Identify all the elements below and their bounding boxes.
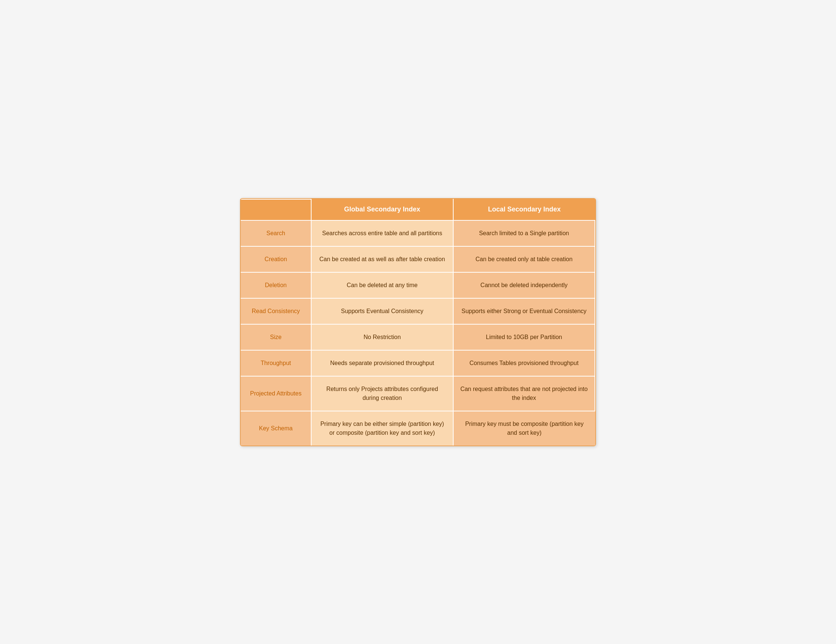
row-label: Throughput (241, 350, 312, 376)
row-gsi-value: Supports Eventual Consistency (312, 298, 453, 324)
row-lsi-value: Limited to 10GB per Partition (454, 324, 595, 350)
row-gsi-value: Primary key can be either simple (partit… (312, 411, 453, 446)
comparison-table: Global Secondary Index Local Secondary I… (240, 198, 596, 446)
header-empty-cell (241, 199, 312, 220)
row-label: Projected Attributes (241, 376, 312, 411)
row-gsi-value: Returns only Projects attributes configu… (312, 376, 453, 411)
row-label: Creation (241, 246, 312, 272)
header-gsi: Global Secondary Index (312, 199, 453, 220)
row-lsi-value: Can be created only at table creation (454, 246, 595, 272)
row-lsi-value: Primary key must be composite (partition… (454, 411, 595, 446)
row-gsi-value: Can be deleted at any time (312, 272, 453, 298)
table-header: Global Secondary Index Local Secondary I… (241, 199, 595, 220)
row-lsi-value: Supports either Strong or Eventual Consi… (454, 298, 595, 324)
header-lsi: Local Secondary Index (454, 199, 595, 220)
row-lsi-value: Can request attributes that are not proj… (454, 376, 595, 411)
row-label: Size (241, 324, 312, 350)
row-label: Read Consistency (241, 298, 312, 324)
row-lsi-value: Search limited to a Single partition (454, 220, 595, 246)
row-gsi-value: Needs separate provisioned throughput (312, 350, 453, 376)
row-lsi-value: Consumes Tables provisioned throughput (454, 350, 595, 376)
row-label: Deletion (241, 272, 312, 298)
row-label: Key Schema (241, 411, 312, 446)
row-label: Search (241, 220, 312, 246)
row-lsi-value: Cannot be deleted independently (454, 272, 595, 298)
table-body: SearchSearches across entire table and a… (241, 220, 595, 446)
row-gsi-value: Can be created at as well as after table… (312, 246, 453, 272)
row-gsi-value: Searches across entire table and all par… (312, 220, 453, 246)
row-gsi-value: No Restriction (312, 324, 453, 350)
